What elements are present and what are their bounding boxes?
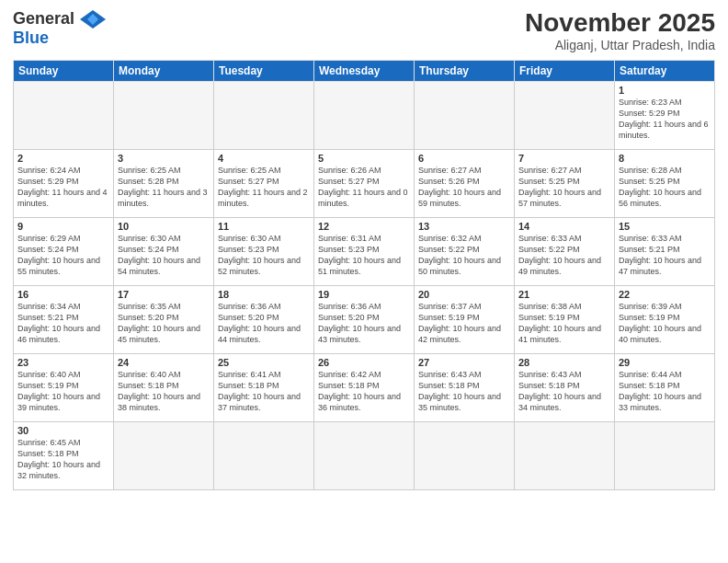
day-number: 15 <box>619 221 711 232</box>
day-number: 30 <box>17 425 109 436</box>
table-row <box>615 421 715 489</box>
table-row: 17Sunrise: 6:35 AM Sunset: 5:20 PM Dayli… <box>114 285 214 353</box>
day-number: 19 <box>318 289 410 300</box>
table-row: 4Sunrise: 6:25 AM Sunset: 5:27 PM Daylig… <box>214 149 314 217</box>
header: General Blue November 2025 Aliganj, Utta… <box>13 9 715 52</box>
table-row <box>314 421 415 489</box>
table-row: 6Sunrise: 6:27 AM Sunset: 5:26 PM Daylig… <box>415 149 515 217</box>
col-sunday: Sunday <box>14 60 114 81</box>
day-info: Sunrise: 6:25 AM Sunset: 5:28 PM Dayligh… <box>118 165 210 210</box>
table-row <box>114 81 214 149</box>
table-row: 24Sunrise: 6:40 AM Sunset: 5:18 PM Dayli… <box>114 353 214 421</box>
table-row: 21Sunrise: 6:38 AM Sunset: 5:19 PM Dayli… <box>515 285 615 353</box>
logo-blue-text: Blue <box>13 29 49 48</box>
day-info: Sunrise: 6:43 AM Sunset: 5:18 PM Dayligh… <box>518 369 610 414</box>
table-row: 10Sunrise: 6:30 AM Sunset: 5:24 PM Dayli… <box>114 217 214 285</box>
day-info: Sunrise: 6:30 AM Sunset: 5:24 PM Dayligh… <box>118 233 210 278</box>
day-info: Sunrise: 6:27 AM Sunset: 5:26 PM Dayligh… <box>418 165 510 210</box>
day-info: Sunrise: 6:39 AM Sunset: 5:19 PM Dayligh… <box>619 301 711 346</box>
day-info: Sunrise: 6:36 AM Sunset: 5:20 PM Dayligh… <box>218 301 310 346</box>
table-row <box>214 81 314 149</box>
table-row <box>14 81 114 149</box>
table-row: 3Sunrise: 6:25 AM Sunset: 5:28 PM Daylig… <box>114 149 214 217</box>
table-row <box>415 81 515 149</box>
table-row: 14Sunrise: 6:33 AM Sunset: 5:22 PM Dayli… <box>515 217 615 285</box>
day-info: Sunrise: 6:37 AM Sunset: 5:19 PM Dayligh… <box>418 301 510 346</box>
day-info: Sunrise: 6:25 AM Sunset: 5:27 PM Dayligh… <box>218 165 310 210</box>
calendar: Sunday Monday Tuesday Wednesday Thursday… <box>13 60 715 490</box>
table-row <box>415 421 515 489</box>
table-row: 27Sunrise: 6:43 AM Sunset: 5:18 PM Dayli… <box>415 353 515 421</box>
day-info: Sunrise: 6:29 AM Sunset: 5:24 PM Dayligh… <box>17 233 109 278</box>
day-number: 12 <box>318 221 410 232</box>
table-row: 7Sunrise: 6:27 AM Sunset: 5:25 PM Daylig… <box>515 149 615 217</box>
day-number: 16 <box>17 289 109 300</box>
day-info: Sunrise: 6:32 AM Sunset: 5:22 PM Dayligh… <box>418 233 510 278</box>
table-row: 12Sunrise: 6:31 AM Sunset: 5:23 PM Dayli… <box>314 217 415 285</box>
table-row: 30Sunrise: 6:45 AM Sunset: 5:18 PM Dayli… <box>14 421 114 489</box>
day-number: 2 <box>17 153 109 164</box>
day-number: 10 <box>118 221 210 232</box>
day-info: Sunrise: 6:33 AM Sunset: 5:22 PM Dayligh… <box>518 233 610 278</box>
table-row: 2Sunrise: 6:24 AM Sunset: 5:29 PM Daylig… <box>14 149 114 217</box>
day-number: 27 <box>418 357 510 368</box>
col-wednesday: Wednesday <box>314 60 415 81</box>
col-saturday: Saturday <box>615 60 715 81</box>
day-number: 22 <box>619 289 711 300</box>
col-friday: Friday <box>515 60 615 81</box>
day-number: 18 <box>218 289 310 300</box>
day-info: Sunrise: 6:27 AM Sunset: 5:25 PM Dayligh… <box>518 165 610 210</box>
day-number: 13 <box>418 221 510 232</box>
day-info: Sunrise: 6:36 AM Sunset: 5:20 PM Dayligh… <box>318 301 410 346</box>
table-row: 13Sunrise: 6:32 AM Sunset: 5:22 PM Dayli… <box>415 217 515 285</box>
day-info: Sunrise: 6:24 AM Sunset: 5:29 PM Dayligh… <box>17 165 109 210</box>
day-info: Sunrise: 6:40 AM Sunset: 5:19 PM Dayligh… <box>17 369 109 414</box>
table-row: 29Sunrise: 6:44 AM Sunset: 5:18 PM Dayli… <box>615 353 715 421</box>
day-number: 17 <box>118 289 210 300</box>
logo-general-text: General <box>13 9 74 29</box>
subtitle: Aliganj, Uttar Pradesh, India <box>525 38 715 52</box>
day-info: Sunrise: 6:31 AM Sunset: 5:23 PM Dayligh… <box>318 233 410 278</box>
col-monday: Monday <box>114 60 214 81</box>
day-number: 5 <box>318 153 410 164</box>
day-number: 8 <box>619 153 711 164</box>
day-info: Sunrise: 6:28 AM Sunset: 5:25 PM Dayligh… <box>619 165 711 210</box>
day-number: 25 <box>218 357 310 368</box>
logo-icon <box>80 10 106 29</box>
day-number: 4 <box>218 153 310 164</box>
day-number: 14 <box>518 221 610 232</box>
day-number: 24 <box>118 357 210 368</box>
day-number: 9 <box>17 221 109 232</box>
table-row: 15Sunrise: 6:33 AM Sunset: 5:21 PM Dayli… <box>615 217 715 285</box>
col-thursday: Thursday <box>415 60 515 81</box>
day-info: Sunrise: 6:38 AM Sunset: 5:19 PM Dayligh… <box>518 301 610 346</box>
table-row: 25Sunrise: 6:41 AM Sunset: 5:18 PM Dayli… <box>214 353 314 421</box>
table-row: 16Sunrise: 6:34 AM Sunset: 5:21 PM Dayli… <box>14 285 114 353</box>
table-row <box>314 81 415 149</box>
day-number: 7 <box>518 153 610 164</box>
day-number: 3 <box>118 153 210 164</box>
day-number: 6 <box>418 153 510 164</box>
table-row: 9Sunrise: 6:29 AM Sunset: 5:24 PM Daylig… <box>14 217 114 285</box>
day-info: Sunrise: 6:34 AM Sunset: 5:21 PM Dayligh… <box>17 301 109 346</box>
table-row: 11Sunrise: 6:30 AM Sunset: 5:23 PM Dayli… <box>214 217 314 285</box>
table-row <box>515 421 615 489</box>
table-row: 26Sunrise: 6:42 AM Sunset: 5:18 PM Dayli… <box>314 353 415 421</box>
table-row: 20Sunrise: 6:37 AM Sunset: 5:19 PM Dayli… <box>415 285 515 353</box>
table-row: 1Sunrise: 6:23 AM Sunset: 5:29 PM Daylig… <box>615 81 715 149</box>
col-tuesday: Tuesday <box>214 60 314 81</box>
table-row: 23Sunrise: 6:40 AM Sunset: 5:19 PM Dayli… <box>14 353 114 421</box>
table-row: 19Sunrise: 6:36 AM Sunset: 5:20 PM Dayli… <box>314 285 415 353</box>
month-title: November 2025 <box>525 9 715 38</box>
day-info: Sunrise: 6:40 AM Sunset: 5:18 PM Dayligh… <box>118 369 210 414</box>
table-row: 8Sunrise: 6:28 AM Sunset: 5:25 PM Daylig… <box>615 149 715 217</box>
table-row <box>114 421 214 489</box>
table-row: 28Sunrise: 6:43 AM Sunset: 5:18 PM Dayli… <box>515 353 615 421</box>
day-number: 23 <box>17 357 109 368</box>
day-number: 21 <box>518 289 610 300</box>
table-row: 22Sunrise: 6:39 AM Sunset: 5:19 PM Dayli… <box>615 285 715 353</box>
day-info: Sunrise: 6:30 AM Sunset: 5:23 PM Dayligh… <box>218 233 310 278</box>
day-info: Sunrise: 6:44 AM Sunset: 5:18 PM Dayligh… <box>619 369 711 414</box>
day-info: Sunrise: 6:43 AM Sunset: 5:18 PM Dayligh… <box>418 369 510 414</box>
day-info: Sunrise: 6:35 AM Sunset: 5:20 PM Dayligh… <box>118 301 210 346</box>
